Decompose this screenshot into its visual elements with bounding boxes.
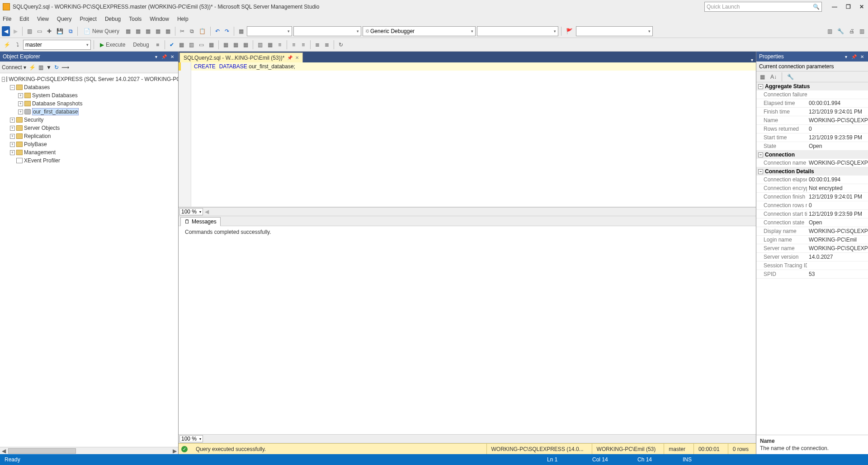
change-connection-button[interactable]: ⚡	[2, 40, 12, 50]
find-button[interactable]: 🚩	[564, 26, 575, 36]
tool-btn-5[interactable]: ▦	[164, 26, 172, 36]
new-query-button[interactable]: 📄New Query	[80, 26, 123, 36]
messages-zoom-dropdown[interactable]: 100 %▾	[179, 435, 203, 442]
new-project-button[interactable]: ▥	[25, 26, 34, 36]
open-button[interactable]: ▭	[35, 26, 44, 36]
properties-grid[interactable]: −Aggregate Status Connection failures El…	[756, 82, 868, 435]
parse-button[interactable]: ✔	[168, 40, 176, 50]
live-stats-button[interactable]: ▦	[222, 40, 230, 50]
scroll-left-icon[interactable]: ◀	[0, 448, 7, 454]
scroll-right-icon[interactable]: ▶	[171, 448, 178, 454]
redo-button[interactable]: ↷	[223, 26, 231, 36]
menu-view[interactable]: View	[37, 16, 49, 22]
menu-debug[interactable]: Debug	[105, 16, 121, 22]
tree-replication-node[interactable]: +Replication	[1, 132, 177, 140]
tool-btn-r2[interactable]: 🔧	[835, 26, 846, 36]
tool-btn-r1[interactable]: ▥	[826, 26, 834, 36]
save-button[interactable]: 💾	[55, 26, 65, 36]
prop-login-name[interactable]: Login nameWORKING-PC\Emil	[756, 236, 868, 244]
menu-help[interactable]: Help	[177, 16, 189, 22]
panel-dropdown-icon[interactable]: ▾	[153, 54, 159, 59]
restore-button[interactable]: ❐	[844, 4, 852, 10]
prop-state[interactable]: StateOpen	[756, 142, 868, 151]
tree-security-node[interactable]: +Security	[1, 116, 177, 124]
tree-serverobjects-node[interactable]: +Server Objects	[1, 124, 177, 132]
prop-conn-elapsed[interactable]: Connection elapsed00:00:01.994	[756, 176, 868, 184]
tool-btn-2[interactable]: ▦	[134, 26, 142, 36]
prop-connection-failures[interactable]: Connection failures	[756, 90, 868, 99]
results-text-button[interactable]: ▥	[256, 40, 264, 50]
panel-pin-icon[interactable]: 📌	[851, 54, 857, 59]
empty-dropdown[interactable]: ▾	[477, 26, 558, 36]
prop-rows-returned[interactable]: Rows returned0	[756, 125, 868, 133]
prop-start-time[interactable]: Start time12/1/2019 9:23:59 PM	[756, 133, 868, 142]
prop-conn-rows[interactable]: Connection rows re0	[756, 201, 868, 210]
comment-button[interactable]: ≡	[276, 40, 284, 50]
tool-btn-1[interactable]: ▦	[124, 26, 132, 36]
minimize-button[interactable]: —	[831, 4, 838, 10]
nav-back-button[interactable]: ◀	[2, 26, 10, 36]
solution-platform-dropdown[interactable]: ▾	[293, 26, 361, 36]
connect-dropdown[interactable]: Connect ▾	[2, 64, 26, 71]
prop-conn-finish[interactable]: Connection finish t12/1/2019 9:24:01 PM	[756, 193, 868, 201]
document-tab[interactable]: SQLQuery2.sql - W...KING-PC\Emil (53))* …	[179, 52, 303, 62]
menu-file[interactable]: File	[3, 16, 11, 22]
database-dropdown[interactable]: master▾	[23, 40, 91, 50]
tool-btn-4[interactable]: ▦	[154, 26, 162, 36]
object-explorer-tree[interactable]: −WORKING-PC\SQLEXPRESS (SQL Server 14.0.…	[0, 73, 178, 447]
save-all-button[interactable]: ⧉	[66, 26, 75, 36]
refresh-cache-button[interactable]: ↻	[337, 40, 345, 50]
prop-spid[interactable]: SPID53	[756, 270, 868, 279]
query-options-button[interactable]: ▥	[187, 40, 196, 50]
actual-plan-button[interactable]: ▦	[207, 40, 216, 50]
specify-values-button2[interactable]: ≣	[323, 40, 331, 50]
properties-subject[interactable]: Current connection parameters	[756, 62, 868, 71]
tool-btn-r3[interactable]: 🖨	[847, 26, 856, 36]
prop-display-name[interactable]: Display nameWORKING-PC\SQLEXPR	[756, 227, 868, 236]
pin-icon[interactable]: 📌	[287, 55, 292, 60]
tree-polybase-node[interactable]: +PolyBase	[1, 140, 177, 148]
prop-connection-name[interactable]: Connection nameWORKING-PC\SQLEXPR	[756, 159, 868, 167]
prop-name[interactable]: NameWORKING-PC\SQLEXPR	[756, 116, 868, 125]
menu-query[interactable]: Query	[57, 16, 72, 22]
tree-xevent-node[interactable]: XEvent Profiler	[1, 157, 177, 165]
disconnect-button[interactable]: ⚡	[29, 64, 36, 71]
prop-session-tracing[interactable]: Session Tracing ID	[756, 261, 868, 270]
messages-output[interactable]: Commands completed successfully.	[179, 226, 756, 434]
results-grid-button[interactable]: ▦	[241, 40, 250, 50]
filter-button[interactable]: ▼	[46, 64, 52, 71]
alphabetical-button[interactable]: A↓	[769, 72, 778, 82]
solution-config-dropdown[interactable]: ▾	[247, 26, 292, 36]
prop-elapsed-time[interactable]: Elapsed time00:00:01.994	[756, 99, 868, 108]
panel-close-icon[interactable]: ✕	[169, 54, 175, 59]
stop-button[interactable]: ▥	[38, 64, 43, 71]
tree-ourdb-node[interactable]: +our_first_database	[1, 108, 177, 116]
debugger-dropdown[interactable]: ⛭ Generic Debugger▾	[363, 26, 476, 36]
tree-server-node[interactable]: −WORKING-PC\SQLEXPRESS (SQL Server 14.0.…	[1, 75, 177, 83]
menu-edit[interactable]: Edit	[19, 16, 29, 22]
client-stats-button[interactable]: ▦	[231, 40, 240, 50]
panel-dropdown-icon[interactable]: ▾	[843, 54, 849, 59]
editor-zoom-dropdown[interactable]: 100 %▾	[179, 208, 203, 215]
menu-window[interactable]: Window	[150, 16, 169, 22]
results-file-button[interactable]: ▦	[266, 40, 274, 50]
prop-conn-encrypt[interactable]: Connection encrypNot encrypted	[756, 184, 868, 193]
add-file-button[interactable]: ✚	[45, 26, 53, 36]
panel-close-icon[interactable]: ✕	[859, 54, 865, 59]
nav-forward-button[interactable]: ▶	[11, 26, 19, 36]
prop-conn-state[interactable]: Connection stateOpen	[756, 218, 868, 227]
tab-close-icon[interactable]: ✕	[295, 55, 299, 60]
tabs-overflow-icon[interactable]: ▾	[748, 57, 756, 62]
quick-launch-input[interactable]: Quick Launch 🔍	[704, 2, 822, 12]
grid-button[interactable]: ▦	[237, 26, 245, 36]
tree-snapshots-node[interactable]: +Database Snapshots	[1, 100, 177, 108]
tree-databases-node[interactable]: −Databases	[1, 83, 177, 91]
sql-editor[interactable]: CREATE DATABASE our_first_database;	[179, 62, 756, 207]
menu-tools[interactable]: Tools	[129, 16, 142, 22]
prop-finish-time[interactable]: Finish time12/1/2019 9:24:01 PM	[756, 108, 868, 116]
group-connection[interactable]: −Connection	[756, 151, 868, 159]
intellisense-button[interactable]: ▭	[197, 40, 206, 50]
prop-server-version[interactable]: Server version14.0.2027	[756, 253, 868, 261]
tool-btn-r4[interactable]: ▥	[858, 26, 866, 36]
prop-conn-start[interactable]: Connection start ti12/1/2019 9:23:59 PM	[756, 210, 868, 218]
